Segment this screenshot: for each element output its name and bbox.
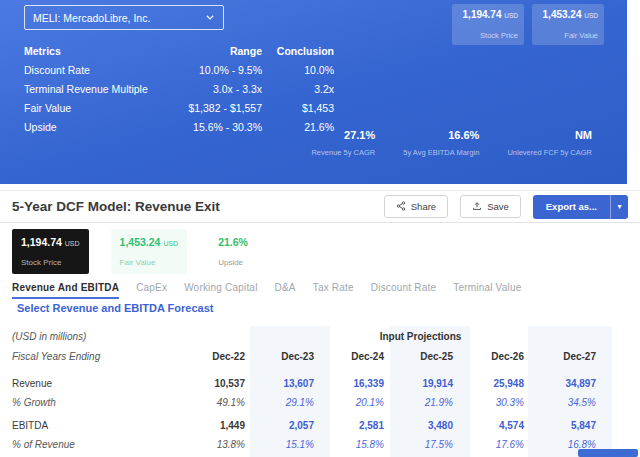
tab-discount-rate[interactable]: Discount Rate bbox=[371, 282, 436, 299]
row-spacer bbox=[12, 366, 596, 374]
pct-revenue-dec-25: 17.5% bbox=[384, 435, 453, 453]
column-header-dec-27: Dec-27 bbox=[524, 346, 596, 366]
hero-stock-price-box: 1,194.74 USD Stock Price bbox=[452, 4, 524, 45]
ebitda-dec-25[interactable]: 3,480 bbox=[384, 416, 453, 435]
stock-price-value: 1,194.74 USD bbox=[21, 236, 80, 248]
share-button[interactable]: Share bbox=[384, 195, 448, 218]
upside-label: Upside bbox=[218, 258, 248, 267]
metrics-header-conclusion: Conclusion bbox=[262, 45, 334, 57]
metric-name: Discount Rate bbox=[24, 64, 174, 76]
metric-conclusion: 3.2x bbox=[262, 83, 334, 95]
revenue-dec-26[interactable]: 25,948 bbox=[453, 374, 524, 393]
upside-card: 21.6% Upside bbox=[209, 229, 257, 274]
summary-ebitda-margin: 16.6% 5y Avg EBITDA Margin bbox=[403, 129, 479, 157]
ebitda-dec-27[interactable]: 5,847 bbox=[524, 416, 596, 435]
hero-stock-price-value: 1,194.74 USD bbox=[463, 9, 518, 20]
forecast-tabs: Revenue And EBITDA CapEx Working Capital… bbox=[12, 282, 521, 299]
page-title: 5-Year DCF Model: Revenue Exit bbox=[12, 199, 220, 214]
company-selector-value: MELI: MercadoLibre, Inc. bbox=[33, 12, 150, 24]
row-label-growth: % Growth bbox=[12, 393, 175, 412]
metric-range: 10.0% - 9.5% bbox=[174, 64, 262, 76]
hero-fair-value-label: Fair Value bbox=[564, 31, 598, 40]
ebitda-dec-26[interactable]: 4,574 bbox=[453, 416, 524, 435]
fair-value-card: 1,453.24 USD Fair Value bbox=[111, 229, 188, 274]
summary-stats: 27.1% Revenue 5y CAGR 16.6% 5y Avg EBITD… bbox=[311, 129, 592, 157]
ebitda-dec-22: 1,449 bbox=[175, 416, 245, 435]
ebitda-dec-24[interactable]: 2,581 bbox=[314, 416, 384, 435]
row-label-ebitda: EBITDA bbox=[12, 416, 175, 435]
dcf-model-screen: MELI: MercadoLibre, Inc. 1,194.74 USD St… bbox=[0, 0, 640, 457]
input-projections-header: Input Projections bbox=[245, 326, 596, 346]
growth-dec-23: 29.1% bbox=[245, 393, 314, 412]
row-label-percent-of-revenue: % of Revenue bbox=[12, 435, 175, 453]
revenue-dec-25[interactable]: 19,914 bbox=[384, 374, 453, 393]
pct-revenue-dec-26: 17.6% bbox=[453, 435, 524, 453]
tab-revenue-and-ebitda[interactable]: Revenue And EBITDA bbox=[12, 282, 119, 299]
spacer-cell bbox=[175, 326, 245, 346]
revenue-dec-22: 10,537 bbox=[175, 374, 245, 393]
fair-value-value: 1,453.24 USD bbox=[120, 236, 179, 248]
hero-fair-value-box: 1,453.24 USD Fair Value bbox=[532, 4, 604, 45]
hero-stock-price-label: Stock Price bbox=[480, 31, 518, 40]
metrics-header-range: Range bbox=[174, 45, 262, 57]
price-cards: 1,194.74 USD Stock Price 1,453.24 USD Fa… bbox=[12, 229, 257, 274]
metric-name: Fair Value bbox=[24, 102, 174, 114]
row-label-revenue: Revenue bbox=[12, 374, 175, 393]
forecast-table: (USD in millions) Input Projections Fisc… bbox=[12, 326, 596, 453]
export-as-label: Export as... bbox=[533, 195, 610, 219]
tab-d-and-a[interactable]: D&A bbox=[275, 282, 296, 299]
upside-value: 21.6% bbox=[218, 236, 248, 248]
metric-range: 3.0x - 3.3x bbox=[174, 83, 262, 95]
ebitda-dec-23[interactable]: 2,057 bbox=[245, 416, 314, 435]
revenue-dec-27[interactable]: 34,897 bbox=[524, 374, 596, 393]
row-axis-label: Fiscal Years Ending bbox=[12, 346, 175, 366]
export-as-button[interactable]: Export as... ▾ bbox=[533, 195, 628, 219]
metric-name: Upside bbox=[24, 121, 174, 133]
summary-revenue-cagr: 27.1% Revenue 5y CAGR bbox=[311, 129, 375, 157]
summary-revenue-cagr-label: Revenue 5y CAGR bbox=[311, 148, 375, 157]
growth-dec-25: 21.9% bbox=[384, 393, 453, 412]
summary-ebitda-margin-value: 16.6% bbox=[403, 129, 479, 141]
tab-working-capital[interactable]: Working Capital bbox=[184, 282, 257, 299]
metrics-table: Metrics Range Conclusion Discount Rate 1… bbox=[24, 45, 334, 133]
summary-ebitda-margin-label: 5y Avg EBITDA Margin bbox=[403, 148, 479, 157]
share-button-label: Share bbox=[411, 201, 436, 212]
column-header-dec-23: Dec-23 bbox=[245, 346, 314, 366]
pct-revenue-dec-22: 13.8% bbox=[175, 435, 245, 453]
revenue-dec-23[interactable]: 13,607 bbox=[245, 374, 314, 393]
growth-dec-27: 34.5% bbox=[524, 393, 596, 412]
save-button-label: Save bbox=[487, 201, 509, 212]
tab-terminal-value[interactable]: Terminal Value bbox=[453, 282, 521, 299]
summary-fcf-cagr-value: NM bbox=[507, 129, 592, 141]
growth-dec-24: 20.1% bbox=[314, 393, 384, 412]
metrics-header-metrics: Metrics bbox=[24, 45, 174, 57]
valuation-hero-panel: MELI: MercadoLibre, Inc. 1,194.74 USD St… bbox=[0, 0, 627, 184]
metric-conclusion: 10.0% bbox=[262, 64, 334, 76]
metric-name: Terminal Revenue Multiple bbox=[24, 83, 174, 95]
company-selector[interactable]: MELI: MercadoLibre, Inc. bbox=[24, 5, 224, 30]
fair-value-label: Fair Value bbox=[120, 258, 179, 267]
section-subtitle: Select Revenue and EBITDA Forecast bbox=[17, 302, 213, 314]
stock-price-label: Stock Price bbox=[21, 258, 80, 267]
column-header-dec-22: Dec-22 bbox=[175, 346, 245, 366]
units-note: (USD in millions) bbox=[12, 326, 175, 346]
summary-fcf-cagr-label: Unlevered FCF 5y CAGR bbox=[507, 148, 592, 157]
save-icon bbox=[472, 201, 482, 213]
column-header-dec-24: Dec-24 bbox=[314, 346, 384, 366]
column-header-dec-26: Dec-26 bbox=[453, 346, 524, 366]
caret-down-icon[interactable]: ▾ bbox=[610, 195, 628, 219]
column-header-dec-25: Dec-25 bbox=[384, 346, 453, 366]
metric-conclusion: $1,453 bbox=[262, 102, 334, 114]
share-icon bbox=[396, 201, 406, 213]
revenue-dec-24[interactable]: 16,339 bbox=[314, 374, 384, 393]
pct-revenue-dec-24: 15.8% bbox=[314, 435, 384, 453]
hero-fair-value-value: 1,453.24 USD bbox=[543, 9, 598, 20]
tab-tax-rate[interactable]: Tax Rate bbox=[313, 282, 354, 299]
save-button[interactable]: Save bbox=[460, 195, 521, 218]
model-toolbar: 5-Year DCF Model: Revenue Exit Share Sav… bbox=[0, 190, 640, 223]
stock-price-card: 1,194.74 USD Stock Price bbox=[12, 229, 89, 274]
tab-capex[interactable]: CapEx bbox=[136, 282, 167, 299]
summary-fcf-cagr: NM Unlevered FCF 5y CAGR bbox=[507, 129, 592, 157]
pct-revenue-dec-23: 15.1% bbox=[245, 435, 314, 453]
metric-range: $1,382 - $1,557 bbox=[174, 102, 262, 114]
